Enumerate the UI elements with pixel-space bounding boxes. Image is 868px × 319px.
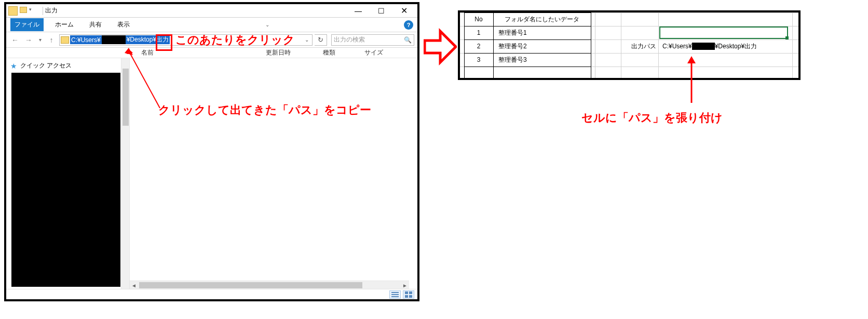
path-redacted — [692, 43, 715, 50]
col-size[interactable]: サイズ — [364, 48, 396, 57]
address-dropdown-icon[interactable]: ⌄ — [305, 37, 311, 43]
qat-dropdown-icon[interactable]: ▾ — [29, 7, 37, 15]
folder-icon — [8, 6, 18, 16]
minimize-button[interactable]: — — [347, 4, 370, 18]
maximize-button[interactable]: ☐ — [370, 4, 392, 18]
column-headers: 名前 更新日時 種類 サイズ — [6, 48, 417, 58]
anno-click-here: このあたりをクリック — [175, 31, 295, 48]
header-no[interactable]: No — [464, 12, 493, 26]
search-box[interactable]: 出力の検索 🔍 — [331, 34, 414, 46]
path-value-cell[interactable]: C:¥Users¥¥Desktop¥出力 — [660, 39, 788, 53]
fill-handle[interactable] — [785, 36, 789, 39]
view-icons-button[interactable] — [403, 290, 414, 299]
big-right-arrow — [424, 26, 457, 68]
address-path[interactable]: C:¥Users¥¥Desktop¥出力 — [70, 35, 170, 45]
path-value-a: C:¥Users¥ — [662, 43, 692, 50]
svg-rect-2 — [391, 296, 399, 297]
file-list-area[interactable]: ◄ ► — [130, 58, 417, 289]
cell-data-2[interactable]: 整理番号2 — [496, 39, 590, 53]
search-placeholder: 出力の検索 — [334, 35, 365, 44]
anno-paste-path: セルに「パス」を張り付け — [581, 109, 723, 126]
selected-cell[interactable] — [659, 26, 788, 39]
svg-rect-1 — [391, 294, 399, 295]
scroll-left-icon[interactable]: ◄ — [130, 281, 138, 289]
tab-file[interactable]: ファイル — [10, 18, 44, 31]
ribbon-expand-icon[interactable]: ⌄ — [265, 22, 269, 28]
forward-button[interactable]: → — [23, 34, 34, 46]
view-details-button[interactable] — [389, 290, 401, 299]
cell-data-1[interactable]: 整理番号1 — [496, 26, 590, 39]
nav-pane: ★ クイック アクセス — [6, 58, 130, 289]
help-button[interactable]: ? — [404, 20, 413, 30]
svg-marker-9 — [125, 48, 133, 55]
svg-rect-5 — [405, 295, 408, 298]
col-date[interactable]: 更新日時 — [266, 48, 323, 57]
path-redacted — [102, 35, 126, 44]
svg-marker-11 — [687, 56, 696, 63]
hscroll-thumb[interactable] — [139, 282, 362, 288]
svg-line-7 — [129, 51, 160, 108]
anno-redbox-address — [156, 34, 172, 51]
explorer-body: ★ クイック アクセス ◄ ► — [6, 58, 417, 289]
redacted-nav-items — [11, 73, 120, 287]
window-title: 出力 — [45, 6, 58, 15]
path-label-cell[interactable]: 出力パス — [622, 39, 658, 53]
svg-rect-4 — [409, 291, 412, 294]
scroll-right-icon[interactable]: ► — [401, 281, 409, 289]
ribbon-tabs: ファイル ホーム 共有 表示 ⌄ ? — [6, 18, 417, 32]
col-type[interactable]: 種類 — [323, 48, 364, 57]
history-dropdown-icon[interactable]: ▾ — [36, 34, 44, 46]
svg-rect-0 — [391, 292, 399, 293]
titlebar: ▾ 出力 — ☐ ✕ — [6, 4, 417, 18]
quick-access-item[interactable]: ★ クイック アクセス — [10, 61, 125, 70]
path-seg1: C:¥Users¥ — [70, 35, 102, 44]
star-icon: ★ — [10, 62, 17, 70]
spreadsheet[interactable]: No フォルダ名にしたいデータ 1 整理番号1 2 整理番号2 3 整理番号3 … — [460, 12, 798, 78]
up-button[interactable]: ↑ — [46, 34, 57, 46]
svg-rect-3 — [405, 291, 408, 294]
window-buttons: — ☐ ✕ — [347, 4, 415, 18]
refresh-button[interactable]: ↻ — [315, 34, 327, 46]
cell-data-3[interactable]: 整理番号3 — [496, 53, 590, 67]
svg-rect-6 — [409, 295, 412, 298]
tab-share[interactable]: 共有 — [85, 18, 106, 31]
search-icon[interactable]: 🔍 — [404, 36, 412, 44]
back-button[interactable]: ← — [9, 34, 21, 46]
status-bar — [6, 289, 417, 299]
tab-view[interactable]: 表示 — [113, 18, 134, 31]
cell-no-2[interactable]: 2 — [464, 39, 493, 53]
cell-no-3[interactable]: 3 — [464, 53, 493, 67]
quick-access-label: クイック アクセス — [20, 61, 72, 70]
anno-arrow-to-cell — [687, 56, 696, 103]
tab-home[interactable]: ホーム — [51, 18, 78, 31]
close-button[interactable]: ✕ — [392, 4, 415, 18]
address-folder-icon — [61, 36, 69, 44]
horizontal-scrollbar[interactable]: ◄ ► — [130, 281, 409, 289]
cell-no-1[interactable]: 1 — [464, 26, 493, 39]
separator — [43, 7, 43, 15]
anno-arrowhead-address — [125, 48, 133, 56]
quick-access-toolbar: ▾ — [20, 7, 37, 15]
header-data[interactable]: フォルダ名にしたいデータ — [493, 12, 591, 26]
anno-copy-path: クリックして出てきた「パス」をコピー — [158, 101, 387, 118]
folder-small-icon — [20, 7, 27, 13]
excel-clip: No フォルダ名にしたいデータ 1 整理番号1 2 整理番号2 3 整理番号3 … — [458, 10, 801, 80]
path-value-b: ¥Desktop¥出力 — [715, 42, 757, 51]
